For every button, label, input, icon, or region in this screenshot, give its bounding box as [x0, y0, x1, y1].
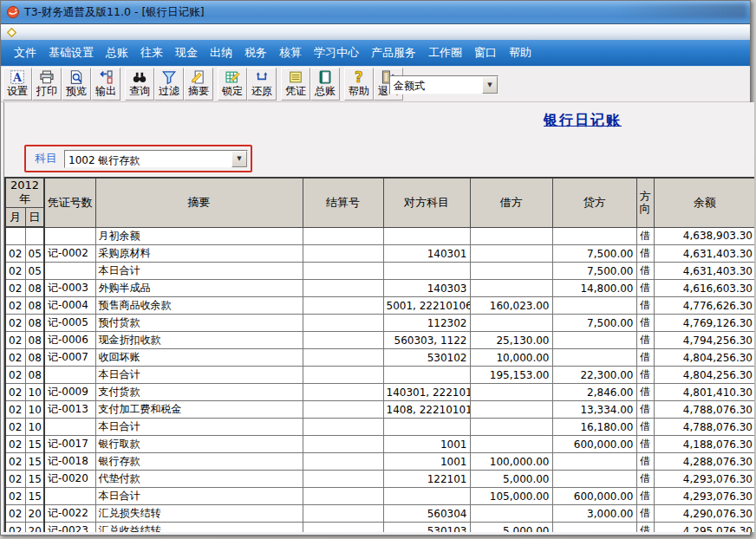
report-title: 银行日记账 [544, 112, 622, 130]
menu-item-4[interactable]: 现金 [169, 42, 204, 63]
table-row[interactable]: 0208记-0004预售商品收余款5001, 22210106160,023.0… [5, 297, 754, 315]
menu-item-7[interactable]: 核算 [273, 42, 308, 63]
menu-item-12[interactable]: 帮助 [503, 42, 538, 63]
cell-day: 10 [25, 401, 44, 419]
toolbar-button-export[interactable]: 输出 [91, 68, 121, 101]
menu-item-3[interactable]: 往来 [134, 42, 169, 63]
cell-balance: 4,788,076.30 [654, 419, 754, 436]
cell-settle-no [303, 419, 383, 436]
table-row[interactable]: 0208记-0007收回坏账53010210,000.00借4,804,256.… [5, 349, 754, 367]
cell-day: 08 [25, 367, 44, 384]
menu-item-8[interactable]: 学习中心 [308, 42, 365, 63]
child-window-icon[interactable] [5, 26, 18, 39]
svg-text:?: ? [355, 69, 363, 85]
table-row[interactable]: 0210本日合计16,180.00借4,788,076.30 [5, 419, 754, 436]
table-row[interactable]: 0220记-0022汇兑损失结转5603043,000.00借4,290,076… [5, 505, 754, 523]
cell-day: 10 [25, 384, 44, 401]
cell-debit: 195,153.00 [470, 367, 552, 384]
cell-summary: 支付货款 [95, 384, 303, 401]
cell-counter-account: 560303, 1122 [383, 332, 470, 349]
cell-counter-account: 112302 [383, 315, 470, 332]
chevron-down-icon[interactable]: ▼ [482, 76, 498, 94]
cell-settle-no [303, 280, 383, 297]
background-window-blur [616, 3, 746, 18]
header-balance: 余额 [654, 178, 754, 227]
cell-summary: 本日合计 [95, 419, 303, 436]
table-row[interactable]: 0210记-0009支付货款140301, 222101012,846.00借4… [5, 384, 754, 401]
table-row[interactable]: 0215记-0020代垫付款1221015,000.00借4,293,076.3… [5, 471, 754, 488]
cell-summary: 本日合计 [95, 367, 303, 384]
toolbar-button-query[interactable]: 查询 [125, 68, 154, 101]
table-row[interactable]: 0215记-0018银行存款1001100,000.00借4,288,076.3… [5, 453, 754, 471]
toolbar-button-filter[interactable]: 过滤 [154, 68, 184, 101]
toolbar-button-summary[interactable]: 摘要 [184, 68, 213, 101]
cell-direction: 借 [636, 280, 654, 297]
cell-direction: 借 [636, 384, 654, 401]
cell-voucher-no: 记-0009 [44, 384, 95, 401]
table-row[interactable]: 月初余额借4,638,903.30 [5, 227, 754, 245]
cell-day: 08 [25, 280, 44, 297]
cell-debit [470, 315, 552, 332]
format-style-value: 金额式 [390, 76, 482, 94]
cell-direction: 借 [636, 523, 654, 533]
menu-bar: 文件基础设置总账往来现金出纳税务核算学习中心产品服务工作圈窗口帮助 [1, 40, 750, 67]
menu-item-6[interactable]: 税务 [238, 42, 273, 63]
toolbar-button-label: 还原 [251, 85, 272, 97]
table-row[interactable]: 0208记-0005预付货款1123027,500.00借4,769,126.3… [5, 315, 754, 332]
cell-summary: 采购原材料 [95, 245, 303, 263]
table-row[interactable]: 0208记-0006现金折扣收款560303, 112225,130.00借4,… [5, 332, 754, 349]
cell-balance: 4,631,403.30 [654, 263, 754, 280]
cell-month: 02 [5, 488, 25, 505]
cell-day: 05 [25, 263, 44, 280]
toolbar-button-lock[interactable]: 锁定 [218, 68, 247, 101]
cell-month: 02 [5, 436, 25, 453]
cell-voucher-no: 记-0006 [44, 332, 95, 349]
menu-item-5[interactable]: 出纳 [204, 42, 238, 63]
toolbar-button-restore[interactable]: 还原 [247, 68, 277, 101]
toolbar-button-help[interactable]: ?帮助 [344, 68, 374, 101]
toolbar-button-print[interactable]: 打印 [32, 68, 62, 101]
cell-balance: 4,804,256.30 [654, 349, 754, 367]
cell-counter-account: 530102 [383, 349, 470, 367]
cell-month: 02 [5, 384, 25, 401]
menu-item-0[interactable]: 文件 [8, 42, 42, 63]
table-row[interactable]: 0215本日合计105,000.00600,000.00借4,293,076.3… [5, 488, 754, 505]
toolbar-button-ledger[interactable]: 总账 [310, 68, 340, 101]
table-row[interactable]: 0205记-0002采购原材料1403017,500.00借4,631,403.… [5, 245, 754, 263]
table-row[interactable]: 0208本日合计195,153.0022,300.00借4,804,256.30 [5, 367, 754, 384]
cell-balance: 4,801,410.30 [654, 384, 754, 401]
cell-counter-account: 5001, 22210106 [383, 297, 470, 315]
toolbar-button-preview[interactable]: 预览 [62, 68, 91, 101]
toolbar-button-voucher[interactable]: 凭证 [281, 68, 310, 101]
cell-direction: 借 [636, 315, 654, 332]
header-counter-account: 对方科目 [383, 178, 470, 227]
voucher-doc-icon [288, 69, 303, 85]
toolbar-button-label: 总账 [315, 85, 336, 97]
toolbar-button-settings[interactable]: A设置 [3, 68, 32, 101]
menu-item-2[interactable]: 总账 [100, 42, 134, 63]
toolbar-button-label: 输出 [95, 85, 116, 97]
cell-settle-no [303, 523, 383, 533]
cell-direction: 借 [636, 453, 654, 471]
table-row[interactable]: 0220记-0023汇兑收益结转5301035,000.00借4,295,076… [5, 523, 754, 533]
table-row[interactable]: 0205本日合计7,500.00借4,631,403.30 [5, 263, 754, 280]
format-style-select[interactable]: 金额式 ▼ [389, 75, 499, 94]
cell-settle-no [303, 453, 383, 471]
cell-month: 02 [5, 297, 25, 315]
cell-summary: 本日合计 [95, 263, 303, 280]
table-row[interactable]: 0210记-0013支付加工费和税金1408, 2221010113,334.0… [5, 401, 754, 419]
cell-balance: 4,776,626.30 [654, 297, 754, 315]
cell-summary: 银行存款 [95, 453, 303, 471]
subject-select[interactable]: 1002 银行存款 ▼ [64, 150, 248, 168]
table-row[interactable]: 0208记-0003外购半成品14030314,800.00借4,616,603… [5, 280, 754, 297]
chevron-down-icon[interactable]: ▼ [231, 151, 247, 167]
menu-item-11[interactable]: 窗口 [468, 42, 503, 63]
table-row[interactable]: 0215记-0017银行取款1001600,000.00借4,188,076.3… [5, 436, 754, 453]
cell-debit: 100,000.00 [470, 453, 552, 471]
menu-item-10[interactable]: 工作圈 [422, 42, 468, 63]
cell-summary: 收回坏账 [95, 349, 303, 367]
menu-item-9[interactable]: 产品服务 [365, 42, 422, 63]
cell-summary: 代垫付款 [95, 471, 303, 488]
cell-settle-no [303, 263, 383, 280]
menu-item-1[interactable]: 基础设置 [42, 42, 100, 63]
